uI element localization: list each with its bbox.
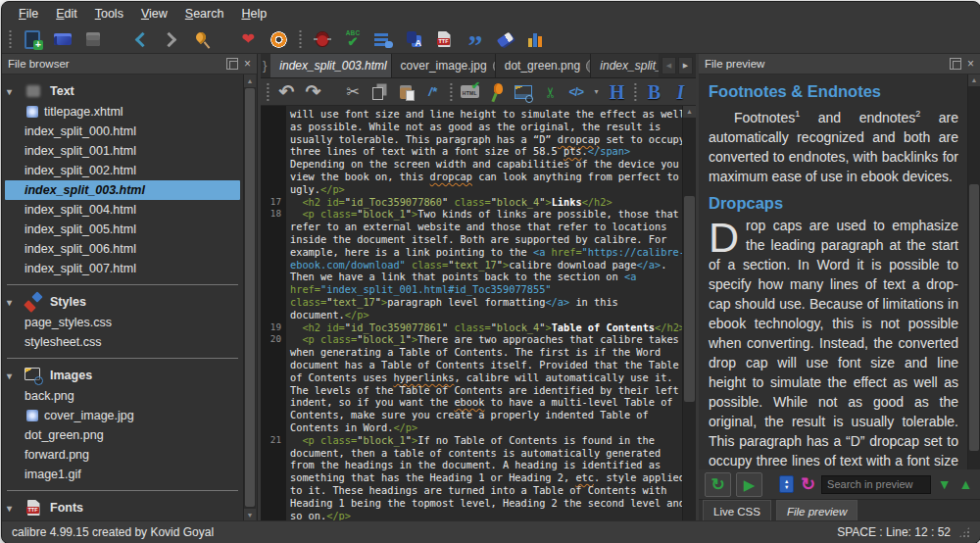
insert-comment-icon[interactable]: /*	[422, 81, 443, 103]
tree-item[interactable]: index_split_007.html	[5, 259, 240, 278]
preview-scrollbar[interactable]: ▲	[967, 74, 980, 469]
code-line[interactable]: inside the document itself. Both are sup…	[261, 233, 683, 246]
editor-tab[interactable]: index_split_003.html×	[270, 54, 391, 77]
code-line[interactable]: from the headings in the document. A hea…	[261, 459, 683, 471]
redo-icon[interactable]: ↷	[303, 81, 323, 103]
remove-unused-css-icon[interactable]	[494, 28, 515, 50]
arrange-hand-icon[interactable]	[372, 28, 394, 50]
forward-icon[interactable]	[160, 28, 181, 50]
chevron-down-icon[interactable]: ▾	[7, 370, 17, 381]
caret-icon[interactable]: ▾	[592, 81, 601, 103]
check-book-bug-icon[interactable]	[312, 28, 333, 50]
menu-help[interactable]: Help	[232, 4, 275, 24]
embed-fonts-icon[interactable]	[433, 28, 455, 50]
drag-handle[interactable]	[633, 83, 638, 101]
play-icon[interactable]: ▶	[739, 473, 760, 495]
back-icon[interactable]	[129, 28, 151, 50]
tree-item[interactable]: stylesheet.css	[5, 332, 240, 352]
pin-icon[interactable]	[190, 28, 212, 50]
code-line[interactable]: to it. These headings are turned into a …	[261, 484, 683, 497]
code-line[interactable]: view the book on, this dropcap can look …	[261, 171, 683, 183]
dock-tab-live-css[interactable]: Live CSS	[703, 500, 771, 521]
insert-tag-icon[interactable]: </>	[565, 81, 586, 103]
copy-icon[interactable]	[369, 81, 390, 103]
code-line[interactable]: 20 <p class="block_1">There are two appr…	[261, 333, 683, 346]
code-line[interactable]: three lines of text with a font size of …	[261, 145, 683, 158]
find-next-icon[interactable]: ▼	[936, 473, 953, 495]
drag-handle[interactable]	[449, 83, 454, 101]
code-line[interactable]: Contents in Word.</p>	[261, 421, 683, 434]
tree-section-fonts[interactable]: ▾Fonts	[2, 497, 243, 518]
code-line[interactable]: Heading 1 being the topmost level, Headi…	[261, 497, 683, 510]
code-line[interactable]: usually tolerable. This paragraph has a …	[261, 133, 683, 146]
insert-image-icon[interactable]	[513, 81, 533, 103]
code-line[interactable]: Contents, make sure you create a properl…	[261, 409, 683, 421]
tree-item[interactable]: dot_green.png	[5, 425, 240, 445]
close-icon[interactable]: ×	[967, 59, 974, 69]
menu-edit[interactable]: Edit	[47, 4, 86, 24]
tab-scroll-right-icon[interactable]: ▶	[678, 57, 693, 74]
undo-icon[interactable]: ↶	[276, 81, 297, 103]
play-button[interactable]: ▶	[736, 472, 762, 497]
refresh-icon[interactable]: ↻	[708, 473, 729, 495]
tree-item[interactable]: index_split_002.html	[5, 161, 240, 180]
paste-icon[interactable]	[396, 81, 416, 103]
reports-icon[interactable]	[524, 28, 546, 50]
tree-item[interactable]: index_split_001.html	[5, 141, 240, 161]
drag-handle[interactable]	[266, 83, 270, 101]
menu-view[interactable]: View	[132, 4, 176, 24]
find-prev-icon[interactable]: ▲	[957, 473, 974, 495]
italic-icon[interactable]: I	[670, 81, 691, 103]
help-lifebuoy-icon[interactable]	[268, 28, 289, 50]
drag-handle[interactable]	[298, 30, 303, 48]
code-line[interactable]: 18 <p class="block_1">Two kinds of links…	[261, 208, 683, 221]
tree-item[interactable]: index_split_003.html	[5, 180, 240, 200]
code-line[interactable]: of Contents uses hyperlinks, calibre wil…	[261, 371, 683, 384]
tree-section-text[interactable]: ▾Text	[2, 80, 243, 102]
open-book-icon[interactable]	[52, 28, 74, 50]
code-line[interactable]: ebook.com/download" class="text_17">cali…	[261, 259, 683, 272]
code-editor[interactable]: will use font size and line height to si…	[261, 106, 696, 521]
tree-section-styles[interactable]: ▾Styles	[2, 291, 243, 313]
tree-item[interactable]: titlepage.xhtml	[5, 102, 240, 122]
smarten-punctuation-icon[interactable]: ”	[464, 23, 485, 56]
menu-file[interactable]: File	[10, 4, 47, 24]
dock-tab-file-preview[interactable]: File preview	[776, 500, 858, 521]
save-icon[interactable]	[82, 28, 104, 50]
scrollbar-thumb[interactable]	[684, 196, 695, 402]
code-line[interactable]: document.</p>	[261, 309, 683, 321]
code-line[interactable]: document, then a table of contents is au…	[261, 447, 683, 460]
scrollbar-thumb[interactable]	[969, 184, 979, 451]
heading-icon[interactable]: H	[607, 81, 627, 103]
code-line[interactable]: as possible. While not as good as the or…	[261, 121, 683, 133]
refresh-button[interactable]: ↻	[705, 472, 731, 497]
scrollbar-thumb[interactable]	[245, 88, 255, 507]
tree-item[interactable]: index_split_006.html	[5, 239, 240, 259]
tree-item[interactable]: forward.png	[5, 445, 240, 465]
undock-icon[interactable]	[226, 58, 238, 70]
code-line[interactable]: indent, so if you want the ebook to have…	[261, 396, 683, 409]
chevron-down-icon[interactable]: ▾	[7, 297, 17, 308]
translate-icon[interactable]	[403, 28, 424, 50]
code-line[interactable]: example, here is a link pointing to the …	[261, 246, 683, 259]
code-line[interactable]: refer to an external website and those t…	[261, 221, 683, 233]
code-line[interactable]: Depending on the screen width and capabi…	[261, 158, 683, 171]
fix-html-icon[interactable]	[460, 81, 480, 103]
editor-tab[interactable]: index_split_	[591, 54, 659, 77]
preview-search-input[interactable]	[821, 475, 931, 494]
code-line[interactable]: 17 <h2 id="id_Toc359077860" class="block…	[261, 196, 683, 209]
chevron-down-icon[interactable]: ▾	[7, 86, 17, 97]
tree-item[interactable]: image1.gif	[5, 465, 240, 484]
reload-pink-icon[interactable]: ↻	[800, 473, 816, 495]
code-line[interactable]: The levels of the Table of Contents are …	[261, 384, 683, 397]
code-line[interactable]: something that has the Heading 1 or Head…	[261, 471, 683, 484]
code-line[interactable]: 19 <h2 id="id_Toc359077861" class="block…	[261, 321, 683, 334]
tree-item[interactable]: index_split_005.html	[5, 220, 240, 239]
code-line[interactable]: 21 <p class="block_1">If no Table of Con…	[261, 434, 683, 447]
code-line[interactable]: will use font size and line height to si…	[261, 108, 683, 121]
special-char-icon[interactable]: ✂	[539, 81, 561, 102]
bold-icon[interactable]: B	[644, 81, 664, 103]
editor-tab[interactable]: cover_image.jpg×	[392, 54, 496, 77]
code-line[interactable]: ugly.</p>	[261, 183, 683, 196]
spellcheck-icon[interactable]	[342, 28, 364, 50]
